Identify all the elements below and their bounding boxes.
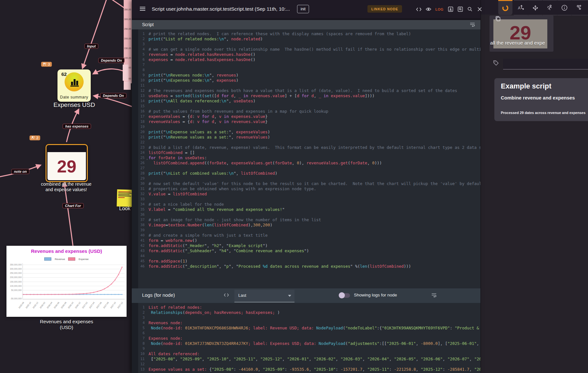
chart-node-label: Revenues and expenses (USD) [6,319,127,330]
logs-code-icon[interactable] [224,293,229,297]
sticky-note-node[interactable] [117,189,133,207]
titlebar-actions: LOG [416,0,482,18]
app-root: { "graph": { "edge_labels": ["Input", "D… [0,0,588,373]
edge-label-note-on: note on [11,169,29,174]
svg-text:150,000,000: 150,000,000 [10,281,22,283]
code-editor[interactable]: 1# print the related nodes. I can refere… [132,29,480,290]
axis-tick-label: 350,00 [124,8,131,11]
code-line: 34# set a nice label for the node [132,202,480,207]
log-toggle-button[interactable]: LOG [435,6,444,12]
code-line: 44 [132,254,480,259]
tab-info[interactable] [557,0,572,16]
log-line: 13Expense values as a set: {"2025-08": -… [132,367,480,372]
code-line: 6expenses = node.related.hasExpenses.has… [132,57,480,62]
caption-line-2: (USD) [6,325,127,330]
code-line: 24listOfCombined = [] [132,150,480,155]
bar-chart-icon [65,72,84,91]
legend-swatch-revenue [44,257,51,261]
close-icon[interactable] [477,6,482,12]
tab-rename[interactable]: A [514,0,528,16]
tab-clipped[interactable] [586,0,588,16]
code-line: 29 [132,176,480,181]
node-combined-values[interactable]: 29 [46,144,88,182]
copy-icon[interactable] [495,16,501,21]
note-scribble [118,194,129,195]
save-script-icon[interactable] [448,6,453,12]
logs-filter-value: Last [238,293,246,298]
search-in-script-icon[interactable] [457,6,463,12]
node-date-summary[interactable]: 62 Date summary [57,69,91,102]
svg-text:2026-06: 2026-06 [53,301,60,309]
logs-section-header: Logs (for node) Last Showing logs for no… [132,288,480,303]
log-line: 5 Node(node-id: 01K3HTHFDNXCPD686S8HWN4R… [132,326,480,331]
svg-text:2026-02: 2026-02 [39,301,46,309]
graph-canvas[interactable]: 350,00300,00250,00200,00150,00100,0050,0… [0,0,132,373]
preview-eye-icon[interactable] [426,6,431,12]
code-line: 35V.label = "combined all the revenue an… [132,207,480,212]
code-line: 4# we can get a single node over this re… [132,47,480,52]
code-line: 3 [132,42,480,47]
tags-input[interactable] [503,59,588,69]
svg-text:2027-12: 2027-12 [117,301,123,309]
cluster-badge-2[interactable]: 2 [29,136,40,140]
code-line: 19 [132,124,480,130]
code-line: 2print("List of related nodes:\n", node.… [132,36,480,42]
svg-text:-50,000,000: -50,000,000 [10,297,22,300]
svg-text:2026-10: 2026-10 [67,301,74,309]
axis-tick-label: 300,00 [124,18,131,20]
svg-text:2025-10: 2025-10 [25,301,31,309]
edge-label-chart-for: Chart For [62,203,84,208]
axis-tick-label: 200,00 [124,37,131,40]
menu-icon[interactable] [140,7,145,12]
log-line: 2 Relationships(depends_on; hasRevenues;… [132,310,480,315]
code-line: 31# properties can be obtained when usin… [132,186,480,192]
show-logs-toggle[interactable] [339,293,350,298]
node-image: 29 [47,152,86,180]
svg-text:2026-12: 2026-12 [74,301,81,309]
edge-label-depends-on-2: Depends On [100,93,127,98]
zoom-icon[interactable] [467,6,473,12]
cluster-badge-3[interactable]: 3 [41,62,52,67]
log-line: 3 [132,315,480,320]
preview-number: 29 [510,23,531,43]
wrap-lines-icon[interactable] [470,22,475,27]
clipped-chart-fragment-light2 [124,81,131,90]
code-line: 16# put the values from both revenues an… [132,109,480,114]
tab-route[interactable] [528,0,542,16]
svg-text:2026-08: 2026-08 [60,301,67,309]
log-line: 12 [132,362,480,367]
note-scribble [118,197,125,198]
svg-text:2027-08: 2027-08 [103,301,109,309]
tab-run[interactable] [543,0,557,16]
svg-text:200,000,000: 200,000,000 [10,276,22,278]
code-line: 25⌄for forDate in useDates: [132,155,480,161]
edge-label-has-expenses: has expenses [63,124,91,129]
svg-text:2026-04: 2026-04 [46,301,53,309]
tab-refresh[interactable] [498,0,512,15]
edge-label-input: Input [85,44,98,49]
code-line: 17expenseValues = {d: v for d, v in expe… [132,114,480,119]
logs-output[interactable]: 1List of related nodes:2 Relationships(d… [132,303,480,373]
legend-label-expense: Expense [78,258,88,261]
code-line: 39 [132,228,480,233]
label-line-2: and expense values! [37,187,95,192]
cluster-icon [31,136,35,140]
logs-filter-dropdown[interactable]: Last [234,290,294,302]
code-view-icon[interactable] [416,6,422,12]
code-line: 28print("\nList of combined values:\n", … [132,171,480,176]
svg-text:2027-10: 2027-10 [110,301,116,309]
svg-text:350,000,000: 350,000,000 [10,264,22,266]
code-line: 10print("\nExpenses node:\n", expenses) [132,78,480,83]
wrap-lines-icon[interactable] [431,293,437,297]
init-tag-chip[interactable]: init [297,5,309,13]
tab-related-nodes[interactable] [572,0,586,16]
axis-tick-label: 250,00 [124,28,131,30]
log-line: 7Expenses node: [132,336,480,341]
caption-line-1: Revenues and expenses [6,319,127,325]
chevron-down-icon [288,295,291,297]
node-number: 29 [57,156,76,176]
note-scribble [119,191,131,192]
show-logs-toggle-label: Showing logs for node [354,293,397,297]
note-scribble [118,195,131,196]
node-revenue-expense-chart[interactable]: Revenues and expenses (USD) Revenue Expe… [6,246,127,317]
